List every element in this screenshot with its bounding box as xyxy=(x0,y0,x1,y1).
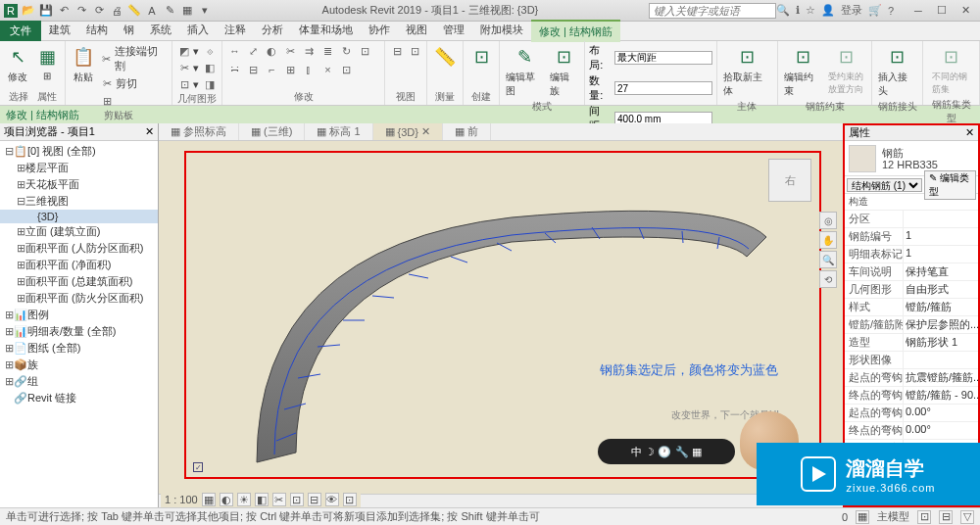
menu-tab[interactable]: 修改 | 结构钢筋 xyxy=(531,20,620,42)
cut-button[interactable]: ✂剪切 xyxy=(99,75,168,92)
cut-button[interactable]: ✂连接端切割 xyxy=(99,43,168,74)
measure-icon[interactable]: 📏 xyxy=(127,4,141,18)
insert-coupler-button[interactable]: ⊡插入接头 xyxy=(876,43,918,100)
qat-icon[interactable]: ▦ xyxy=(180,4,194,18)
geo-button[interactable]: ◧ xyxy=(202,60,218,75)
tree-item[interactable]: ⊞🔗组 xyxy=(0,373,158,390)
filter-select[interactable]: 结构钢筋 (1) xyxy=(847,178,922,192)
vc-icon[interactable]: 👁 xyxy=(325,493,339,506)
menu-tab[interactable]: 结构 xyxy=(78,20,116,42)
view-icon[interactable]: ⊟ xyxy=(389,43,405,59)
join-button[interactable]: ⊞ xyxy=(99,93,168,109)
save-icon[interactable]: 💾 xyxy=(39,4,53,18)
nav-orbit-icon[interactable]: ⟲ xyxy=(819,270,837,288)
minimize-button[interactable]: ─ xyxy=(907,3,929,19)
edit-sketch-button[interactable]: ✎编辑草图 xyxy=(504,43,546,100)
tool-icon[interactable]: ≣ xyxy=(319,43,335,59)
view-icon[interactable]: ⊡ xyxy=(407,43,422,59)
tool-icon[interactable]: ⇉ xyxy=(301,43,317,59)
view-tab[interactable]: ▦参照标高 xyxy=(159,123,239,140)
open-icon[interactable]: 📂 xyxy=(22,4,35,18)
status-icon[interactable]: ⊟ xyxy=(939,510,953,524)
login-link[interactable]: 登录 xyxy=(841,3,862,18)
geo-button[interactable]: ⟐ xyxy=(202,43,218,59)
tool-icon[interactable]: ✂ xyxy=(282,43,298,59)
view-tab[interactable]: ▦标高 1 xyxy=(305,123,372,140)
status-icon[interactable]: ⊡ xyxy=(917,510,931,524)
property-row[interactable]: 钢筋编号1 xyxy=(845,228,978,246)
model-label[interactable]: 主模型 xyxy=(877,509,909,524)
tool-icon[interactable]: ∺ xyxy=(226,62,242,77)
property-row[interactable]: 镫筋/箍筋附件保护层参照的... xyxy=(845,316,978,334)
tree-item[interactable]: ⊞面积平面 (防火分区面积) xyxy=(0,290,158,307)
nav-zoom-icon[interactable]: 🔍 xyxy=(819,251,837,268)
tree-item[interactable]: ⊞📊明细表/数量 (全部) xyxy=(0,323,158,340)
user-icon[interactable]: 👤 xyxy=(821,4,835,17)
tree-item[interactable]: ⊞面积平面 (净面积) xyxy=(0,257,158,273)
menu-tab[interactable]: 建筑 xyxy=(41,20,78,42)
vc-icon[interactable]: ⊟ xyxy=(308,493,321,506)
info-icon[interactable]: ℹ xyxy=(796,4,800,17)
property-row[interactable]: 终点的弯钩方向0.00° xyxy=(845,422,978,440)
tree-item[interactable]: ⊞立面 (建筑立面) xyxy=(0,223,158,240)
view-tab[interactable]: ▦前 xyxy=(443,123,491,140)
geo-button[interactable]: ◨ xyxy=(202,76,218,92)
undo-icon[interactable]: ↶ xyxy=(57,4,71,18)
checkbox[interactable]: ✓ xyxy=(193,462,203,472)
tree[interactable]: ⊟📋[0] 视图 (全部)⊞楼层平面⊞天花板平面⊟三维视图{3D}⊞立面 (建筑… xyxy=(0,141,158,507)
vc-icon[interactable]: ⊡ xyxy=(343,493,357,506)
tree-item[interactable]: 🔗Revit 链接 xyxy=(0,390,158,406)
tool-icon[interactable]: ⊡ xyxy=(357,43,372,59)
close-icon[interactable]: ✕ xyxy=(145,125,154,138)
crop-icon[interactable]: ✂ xyxy=(272,493,286,506)
visual-style-icon[interactable]: ◐ xyxy=(220,493,233,506)
tree-item[interactable]: ⊞天花板平面 xyxy=(0,176,158,193)
shadow-icon[interactable]: ◧ xyxy=(255,493,269,506)
tree-item[interactable]: ⊞楼层平面 xyxy=(0,160,158,176)
property-row[interactable]: 几何图形自由形式 xyxy=(845,281,978,299)
tool-icon[interactable]: ⫿ xyxy=(301,62,317,77)
nav-wheel-icon[interactable]: ◎ xyxy=(819,212,837,229)
menu-tab[interactable]: 管理 xyxy=(435,20,472,42)
canvas[interactable]: 钢筋集选定后，颜色将变为蓝色 右 ◎ ✋ 🔍 ⟲ ✓ 改变世界，下一个就是U! … xyxy=(159,141,843,494)
menu-tab[interactable]: 体量和场地 xyxy=(291,20,361,42)
detail-icon[interactable]: ▦ xyxy=(202,493,216,506)
menu-tab[interactable]: 系统 xyxy=(142,20,179,42)
menu-tab[interactable]: 视图 xyxy=(398,20,435,42)
geo-button[interactable]: ✂▾ xyxy=(176,60,200,75)
tool-icon[interactable]: ⊞ xyxy=(282,62,298,77)
layout-input[interactable] xyxy=(614,51,712,65)
edit-family-button[interactable]: ⊡编辑族 xyxy=(548,43,580,100)
menu-tab[interactable]: 协作 xyxy=(361,20,398,42)
property-row[interactable]: 明细表标记1 xyxy=(845,246,978,263)
redo-icon[interactable]: ↷ xyxy=(74,4,88,18)
tool-icon[interactable]: ↻ xyxy=(338,43,354,59)
tree-item[interactable]: ⊞面积平面 (人防分区面积) xyxy=(0,240,158,257)
help-icon[interactable]: ? xyxy=(888,5,894,17)
property-row[interactable]: 形状图像 xyxy=(845,352,978,369)
tool-icon[interactable]: ⌐ xyxy=(264,62,279,77)
menu-tab[interactable]: 插入 xyxy=(179,20,217,42)
status-icon[interactable]: ▽ xyxy=(960,510,974,524)
vc-icon[interactable]: ⊡ xyxy=(290,493,304,506)
sync-icon[interactable]: ⟳ xyxy=(92,4,106,18)
tool-icon[interactable]: ◐ xyxy=(264,43,279,59)
print-icon[interactable]: 🖨 xyxy=(110,4,123,18)
dropdown-icon[interactable]: ▾ xyxy=(198,4,212,18)
tree-item[interactable]: {3D} xyxy=(0,210,158,223)
rebar-set-type-button[interactable]: ⊡不同的钢筋集 xyxy=(927,43,975,98)
tree-item[interactable]: ⊟📋[0] 视图 (全部) xyxy=(0,143,158,160)
view-tab[interactable]: ▦{3D}✕ xyxy=(373,123,443,140)
geo-button[interactable]: ◩▾ xyxy=(176,43,200,59)
nav-pan-icon[interactable]: ✋ xyxy=(819,231,837,249)
tool-icon[interactable]: ⤢ xyxy=(245,43,261,59)
viewcube[interactable]: 右 xyxy=(768,159,811,202)
app-icon[interactable]: R xyxy=(4,4,18,18)
tree-item[interactable]: ⊟三维视图 xyxy=(0,193,158,210)
file-tab[interactable]: 文件 xyxy=(0,21,41,41)
constrain-dir-button[interactable]: ⊡受约束的放置方向 xyxy=(826,43,868,98)
star-icon[interactable]: ☆ xyxy=(806,4,815,17)
property-row[interactable]: 起点的弯钩抗震镫筋/箍筋... xyxy=(845,369,978,387)
tool-icon[interactable]: ⊡ xyxy=(338,62,354,77)
tree-item[interactable]: ⊞📊图例 xyxy=(0,307,158,323)
